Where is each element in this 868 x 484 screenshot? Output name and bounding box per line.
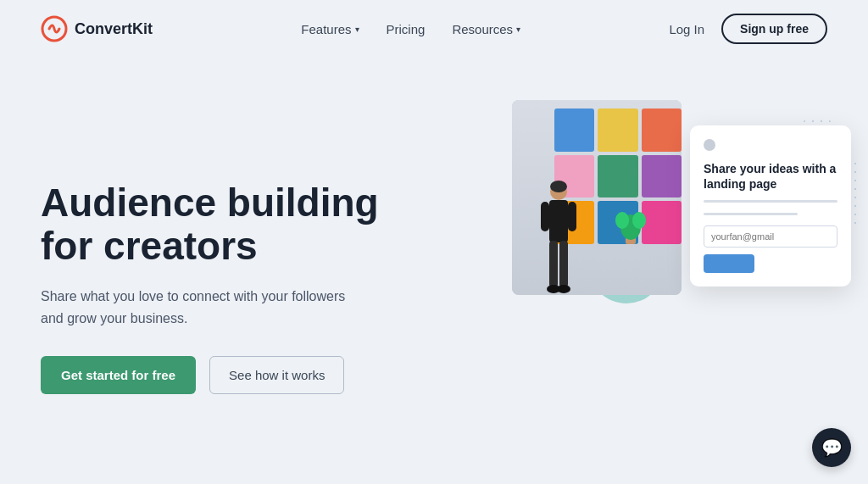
svg-point-13 — [632, 212, 646, 229]
see-how-works-button[interactable]: See how it works — [209, 356, 344, 394]
navbar: ConvertKit Features ▾ Pricing Resources … — [0, 0, 868, 58]
chat-icon: 💬 — [821, 437, 843, 458]
art-panel-6 — [642, 155, 682, 198]
features-chevron-icon: ▾ — [355, 25, 359, 34]
resources-chevron-icon: ▾ — [516, 25, 520, 34]
lp-card-title: Share your ideas with a landing page — [704, 161, 837, 192]
svg-point-12 — [615, 212, 629, 229]
svg-rect-5 — [568, 202, 576, 231]
nav-resources[interactable]: Resources ▾ — [452, 22, 520, 36]
photo-card — [512, 100, 682, 295]
lp-divider-line-short — [704, 213, 798, 215]
nav-pricing[interactable]: Pricing — [387, 22, 426, 36]
svg-point-2 — [550, 181, 567, 192]
art-panel-5 — [598, 155, 637, 198]
nav-links: Features ▾ Pricing Resources ▾ — [301, 22, 520, 36]
svg-rect-6 — [549, 241, 558, 287]
art-panel-1 — [554, 108, 594, 152]
login-button[interactable]: Log In — [669, 22, 704, 36]
svg-point-9 — [557, 285, 570, 293]
plant-icon — [614, 202, 648, 244]
lp-dot-decoration — [704, 139, 715, 151]
lp-email-input[interactable] — [704, 225, 837, 248]
logo-link[interactable]: ConvertKit — [41, 15, 153, 42]
person-figure — [537, 176, 580, 295]
signup-button[interactable]: Sign up free — [721, 14, 827, 44]
hero-section: Audience building for creators Share wha… — [0, 58, 868, 484]
svg-rect-3 — [549, 200, 568, 242]
hero-content: Audience building for creators Share wha… — [41, 173, 448, 394]
hero-buttons: Get started for free See how it works — [41, 356, 448, 394]
lp-divider-line — [704, 200, 837, 203]
lp-subscribe-button[interactable] — [704, 254, 754, 273]
nav-features[interactable]: Features ▾ — [301, 22, 359, 36]
person-scene — [512, 100, 682, 295]
hero-subtitle: Share what you love to connect with your… — [41, 286, 346, 329]
logo-icon — [41, 15, 68, 42]
art-panel-3 — [642, 108, 682, 152]
chat-button[interactable]: 💬 — [812, 428, 851, 467]
svg-rect-7 — [559, 241, 568, 287]
get-started-button[interactable]: Get started for free — [41, 356, 196, 394]
nav-actions: Log In Sign up free — [669, 14, 827, 44]
svg-rect-4 — [541, 202, 549, 231]
landing-page-card: Share your ideas with a landing page — [690, 125, 851, 287]
logo-text: ConvertKit — [75, 20, 153, 38]
art-panel-2 — [598, 108, 637, 152]
hero-title: Audience building for creators — [41, 181, 448, 269]
hero-visual: Share your ideas with a landing page — [495, 75, 851, 465]
